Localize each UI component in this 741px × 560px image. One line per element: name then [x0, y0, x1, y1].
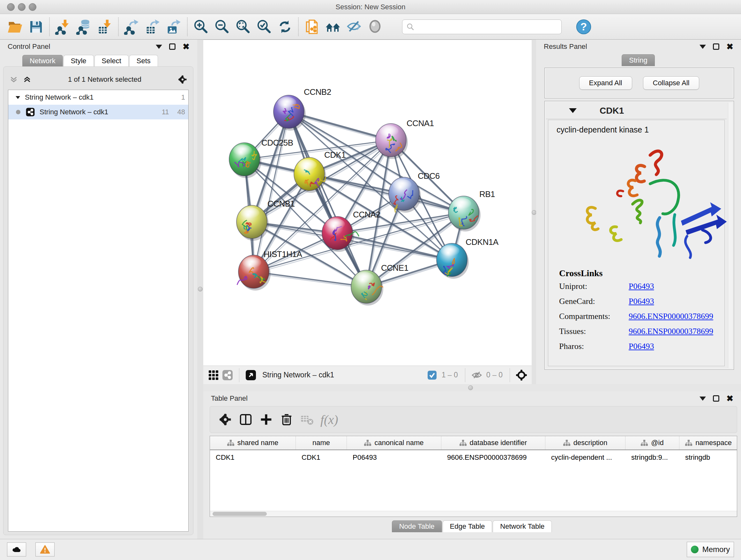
selected-checkbox-icon[interactable] [425, 368, 439, 382]
collapse-panel-icon[interactable] [699, 396, 706, 401]
crosslink-link[interactable]: P06493 [629, 297, 654, 306]
tree-expanded-icon[interactable] [15, 94, 21, 101]
tab-network[interactable]: Network [22, 55, 63, 67]
crosslink-link[interactable]: 9606.ENSP00000378699 [629, 312, 713, 321]
zoom-in-button[interactable] [190, 17, 211, 37]
zoom-out-button[interactable] [211, 17, 232, 37]
network-row[interactable]: String Network – cdk1 11 48 [8, 105, 188, 119]
memory-button[interactable]: Memory [687, 542, 734, 557]
column-header-namespace[interactable]: namespace [679, 436, 737, 449]
tab-string[interactable]: String [622, 54, 655, 66]
protein-section-header[interactable]: CDK1 [546, 103, 727, 119]
crosslink-link[interactable]: 9606.ENSP00000378699 [629, 327, 713, 336]
export-network-button[interactable] [121, 17, 142, 37]
collapse-panel-icon[interactable] [156, 45, 162, 49]
table-row[interactable]: CDK1CDK1P064939606.ENSP00000378699cyclin… [210, 450, 737, 465]
create-column-button[interactable] [256, 410, 276, 429]
table-cell[interactable]: stringdb:9... [625, 453, 679, 462]
protein-result-card: CDK1 cyclin-dependent kinase 1 [544, 101, 734, 370]
table-cell[interactable]: 9606.ENSP00000378699 [441, 453, 545, 462]
collapse-all-button[interactable]: Collapse All [643, 76, 699, 90]
zoom-fit-button[interactable] [232, 17, 253, 37]
table-cell[interactable]: CDK1 [210, 453, 296, 462]
column-header-description[interactable]: description [545, 436, 625, 449]
share-network-document-button[interactable] [301, 17, 322, 37]
column-header-canonical-name[interactable]: canonical name [347, 436, 441, 449]
cloud-status-button[interactable] [7, 543, 26, 557]
network-collection-row[interactable]: String Network – cdk1 1 [8, 90, 188, 105]
node-CDKN1A[interactable] [436, 243, 469, 279]
open-session-button[interactable] [4, 17, 25, 37]
export-table-button[interactable] [142, 17, 163, 37]
refresh-button[interactable] [274, 17, 295, 37]
show-networks-grid-button[interactable] [206, 368, 220, 382]
navigator-crosshair-icon[interactable] [515, 368, 529, 382]
export-image-button[interactable] [163, 17, 185, 37]
column-header-database-identifier[interactable]: database identifier [441, 436, 545, 449]
hidden-eye-icon[interactable] [470, 368, 484, 382]
splitter-handle[interactable] [468, 385, 473, 390]
search-field[interactable] [402, 19, 562, 34]
vertical-splitter-right[interactable] [532, 40, 536, 384]
hide-selected-button[interactable] [343, 17, 364, 37]
splitter-handle[interactable] [198, 287, 203, 292]
close-panel-icon[interactable]: ✖ [726, 394, 733, 402]
tab-network-table[interactable]: Network Table [493, 520, 552, 532]
vertical-splitter-left[interactable] [197, 40, 203, 539]
expand-all-button[interactable]: Expand All [579, 76, 632, 90]
float-panel-icon[interactable] [713, 395, 719, 401]
node-RB1[interactable] [448, 196, 481, 232]
node-CDC25B[interactable] [229, 143, 261, 178]
node-CDK1[interactable] [294, 158, 326, 193]
delete-table-button[interactable] [297, 410, 317, 429]
close-panel-icon[interactable]: ✖ [183, 43, 190, 51]
collapse-panel-icon[interactable] [699, 45, 706, 49]
table-cell[interactable]: stringdb [679, 453, 737, 462]
scrollbar-thumb[interactable] [212, 512, 267, 516]
expand-all-icon[interactable] [23, 75, 31, 84]
help-button[interactable]: ? [573, 17, 594, 37]
zoom-selected-button[interactable] [253, 17, 274, 37]
show-columns-button[interactable] [235, 410, 256, 429]
import-network-from-database-button[interactable] [73, 17, 94, 37]
splitter-handle[interactable] [532, 210, 536, 215]
import-table-from-file-button[interactable] [94, 17, 116, 37]
tab-edge-table[interactable]: Edge Table [443, 520, 492, 532]
tab-sets[interactable]: Sets [129, 55, 158, 67]
float-panel-icon[interactable] [713, 44, 719, 50]
delete-column-button[interactable] [276, 410, 297, 429]
memory-status-dot [691, 546, 698, 553]
network-canvas[interactable]: CCNB2CCNA1CDC25BCDK1CDC6RB1CCNB1CCNA2CDK… [203, 40, 532, 366]
column-header-@id[interactable]: @id [625, 436, 679, 449]
network-options-gear-icon[interactable] [178, 75, 187, 84]
network-share-view-button[interactable] [220, 368, 234, 382]
warnings-button[interactable] [36, 543, 55, 557]
import-network-from-file-button[interactable] [52, 17, 73, 37]
save-session-button[interactable] [25, 17, 47, 37]
tab-style[interactable]: Style [64, 55, 94, 67]
close-panel-icon[interactable]: ✖ [726, 43, 733, 51]
tab-node-table[interactable]: Node Table [392, 520, 442, 532]
horizontal-splitter[interactable] [203, 384, 741, 391]
table-horizontal-scrollbar[interactable] [210, 511, 737, 516]
collapse-all-icon[interactable] [9, 75, 18, 84]
detach-view-button[interactable] [244, 368, 258, 382]
home-button[interactable] [322, 17, 343, 37]
column-header-shared-name[interactable]: shared name [210, 436, 296, 449]
search-input[interactable] [414, 20, 557, 33]
table-options-button[interactable] [215, 410, 235, 429]
crosslink-link[interactable]: P06493 [629, 282, 654, 291]
table-cell[interactable]: CDK1 [296, 453, 347, 462]
section-expanded-icon[interactable] [569, 108, 577, 113]
node-CCNA1[interactable] [376, 124, 408, 159]
tab-select[interactable]: Select [94, 55, 129, 67]
show-all-button[interactable] [364, 17, 386, 37]
crosslink-link[interactable]: P06493 [629, 341, 654, 351]
table-cell[interactable]: cyclin-dependent ... [545, 453, 625, 462]
column-header-name[interactable]: name [296, 436, 347, 449]
results-scrollbar[interactable] [728, 103, 732, 368]
node-CCNE1[interactable] [351, 270, 383, 306]
table-cell[interactable]: P06493 [347, 453, 441, 462]
float-panel-icon[interactable] [169, 44, 176, 50]
function-builder-button[interactable]: f(x) [320, 412, 338, 427]
